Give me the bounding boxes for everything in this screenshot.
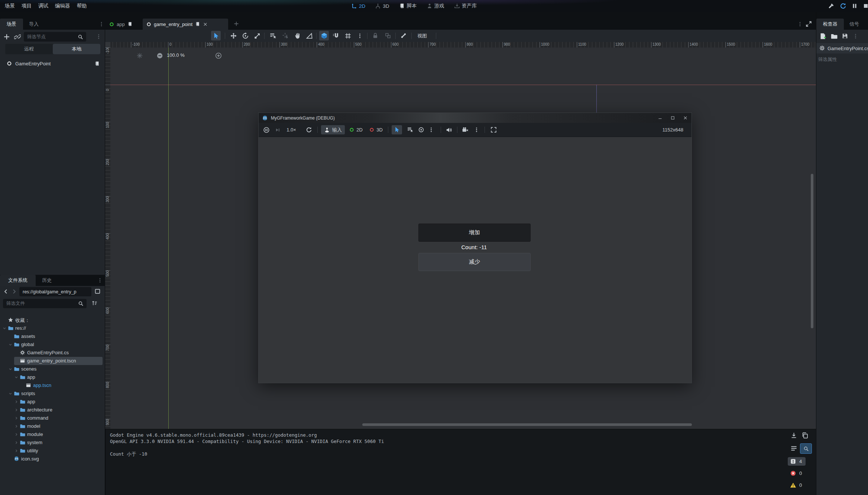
mode-3D[interactable]: 3D <box>375 3 389 9</box>
decrease-button[interactable]: 减少 <box>418 253 531 271</box>
view-menu[interactable]: 视图 <box>417 30 427 42</box>
script-icon[interactable] <box>195 22 200 27</box>
add-node-icon[interactable] <box>3 33 10 40</box>
scene-tab-app[interactable]: app <box>106 19 149 30</box>
viewport-menu-kebab-icon[interactable] <box>797 22 803 27</box>
chevron-right-icon[interactable] <box>14 400 19 404</box>
save-resource-icon[interactable] <box>842 33 848 39</box>
filter-files-input[interactable]: 筛选文件 <box>3 299 87 308</box>
menu-item-1[interactable]: 场景 <box>1 3 18 9</box>
expand-viewport-icon[interactable] <box>806 21 812 27</box>
move-tool-icon[interactable] <box>230 32 237 39</box>
camera-options-kebab-icon[interactable] <box>474 127 479 133</box>
script-icon[interactable] <box>127 22 133 27</box>
stop-game-icon[interactable] <box>863 3 868 9</box>
close-tab-icon[interactable] <box>203 22 208 27</box>
dock-tab-scene[interactable]: 场景 <box>0 19 23 30</box>
chevron-down-icon[interactable] <box>8 391 13 396</box>
chevron-down-icon[interactable] <box>8 367 13 371</box>
remote-option[interactable]: 远程 <box>5 44 53 54</box>
instance-scene-icon[interactable] <box>14 33 21 40</box>
snap-options-kebab-icon[interactable] <box>357 33 363 39</box>
window-minimize-button[interactable] <box>654 113 666 123</box>
fs-item-GameEntryPoint.cs[interactable]: GameEntryPoint.cs <box>0 349 105 357</box>
pick-list-icon[interactable] <box>407 127 413 133</box>
camera-override-icon[interactable] <box>462 127 469 133</box>
zoom-level[interactable]: 100.0 % <box>167 52 185 58</box>
local-option[interactable]: 本地 <box>53 44 100 54</box>
output-search-button[interactable] <box>800 443 812 454</box>
copy-output-icon[interactable] <box>801 432 809 439</box>
fs-item-[interactable]: 收藏： <box>0 316 105 324</box>
pick-options-kebab-icon[interactable] <box>428 127 434 133</box>
2d-viewport[interactable]: -100010020030040050060070080090010001100… <box>105 42 816 429</box>
chevron-right-icon[interactable] <box>14 440 19 445</box>
nav-forward-icon[interactable] <box>11 289 17 294</box>
fs-item-icon.svg[interactable]: icon.svg <box>0 455 105 463</box>
chevron-down-icon[interactable] <box>8 342 13 347</box>
mode-资产库[interactable]: 资产库 <box>454 3 477 9</box>
dock-tab-import[interactable]: 导入 <box>23 19 45 30</box>
input-mode-button[interactable]: 输入 <box>321 125 345 134</box>
vertical-scrollbar[interactable] <box>811 174 813 328</box>
embed-fullscreen-icon[interactable] <box>490 127 497 133</box>
tab-history-right[interactable]: 历史 <box>866 19 868 30</box>
fs-item-game_entry_point.tscn[interactable]: game_entry_point.tscn <box>0 357 105 365</box>
output-filter-list-icon[interactable] <box>790 445 797 452</box>
tab-signals[interactable]: 信号 <box>844 19 865 30</box>
debug-2d-button[interactable]: 2D <box>347 125 365 134</box>
fs-item-res[interactable]: res:// <box>0 324 105 332</box>
chevron-right-icon[interactable] <box>14 424 19 429</box>
add-scene-tab-icon[interactable] <box>233 21 239 27</box>
increase-button[interactable]: 增加 <box>418 224 531 242</box>
fs-item-command[interactable]: command <box>0 414 105 422</box>
center-view-star-icon[interactable] <box>136 52 143 59</box>
split-view-icon[interactable] <box>94 288 101 294</box>
menu-item-3[interactable]: 调试 <box>35 3 52 9</box>
chevron-right-icon[interactable] <box>14 432 19 437</box>
filter-nodes-input[interactable]: 筛选节点 <box>24 32 86 42</box>
fs-item-app.tscn[interactable]: app.tscn <box>0 381 105 390</box>
nav-back-icon[interactable] <box>3 289 9 294</box>
scene-tab-game-entry-point[interactable]: game_entry_point <box>143 19 228 30</box>
tab-filesystem[interactable]: 文件系统 <box>0 275 36 286</box>
mode-脚本[interactable]: 脚本 <box>399 3 417 9</box>
fs-item-scripts[interactable]: scripts <box>0 390 105 398</box>
selection-visible-icon[interactable] <box>418 127 424 133</box>
fs-item-app[interactable]: app <box>0 398 105 406</box>
chevron-down-icon[interactable] <box>14 375 19 380</box>
chevron-right-icon[interactable] <box>14 416 19 420</box>
fs-item-module[interactable]: module <box>0 430 105 439</box>
fs-item-model[interactable]: model <box>0 422 105 430</box>
list-select-icon[interactable] <box>269 32 276 39</box>
zoom-in-icon[interactable] <box>215 52 222 59</box>
window-maximize-button[interactable] <box>666 113 679 123</box>
window-close-button[interactable] <box>679 113 692 123</box>
debug-3d-button[interactable]: 3D <box>367 125 385 134</box>
skeleton-bone-icon[interactable] <box>400 32 407 39</box>
tab-inspector[interactable]: 检查器 <box>816 19 844 30</box>
zoom-out-icon[interactable] <box>156 52 163 59</box>
fs-item-utility[interactable]: utility <box>0 447 105 455</box>
menu-item-5[interactable]: 帮助 <box>74 3 90 9</box>
ruler-tool-icon[interactable] <box>306 32 313 39</box>
pause-game-icon[interactable] <box>852 3 858 9</box>
mute-audio-icon[interactable] <box>446 127 452 133</box>
build-hammer-icon[interactable] <box>828 3 835 9</box>
reload-icon[interactable] <box>306 127 312 133</box>
pick-node-icon[interactable] <box>394 127 400 133</box>
fs-item-app[interactable]: app <box>0 373 105 381</box>
fs-item-scenes[interactable]: scenes <box>0 365 105 373</box>
scene-tabs-menu-icon[interactable] <box>99 22 104 27</box>
fs-item-global[interactable]: global <box>0 341 105 349</box>
rotate-tool-icon[interactable] <box>242 32 249 39</box>
mode-游戏[interactable]: 游戏 <box>427 3 444 9</box>
load-resource-icon[interactable] <box>830 33 838 40</box>
ungroup-icon[interactable] <box>385 32 391 39</box>
restart-game-icon[interactable] <box>840 3 846 9</box>
lock-icon[interactable] <box>372 32 379 39</box>
select-tool-icon[interactable] <box>213 32 220 39</box>
next-frame-icon[interactable] <box>275 127 281 133</box>
menu-item-2[interactable]: 项目 <box>18 3 35 9</box>
menu-item-4[interactable]: 编辑器 <box>52 3 74 9</box>
